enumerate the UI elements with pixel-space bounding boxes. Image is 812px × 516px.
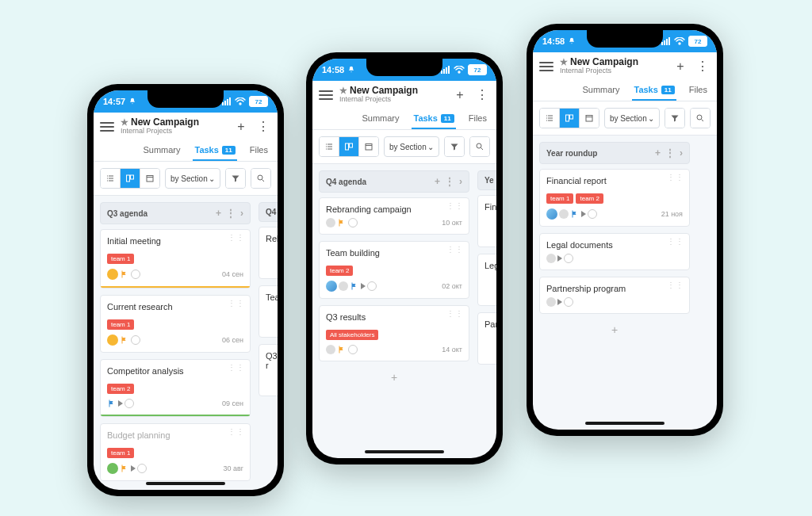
calendar-view-button[interactable] xyxy=(358,137,378,156)
board-column-peek[interactable]: Q4RebrTeaQ3 r xyxy=(259,202,278,487)
task-card[interactable]: ⋮⋮Competitor analysisteam 209 сен xyxy=(100,359,251,417)
add-button[interactable]: + xyxy=(672,59,688,75)
task-card[interactable]: ⋮⋮Budget planningteam 130 авг xyxy=(100,423,251,481)
task-card-peek[interactable]: Q3 r xyxy=(259,344,278,396)
kanban-board[interactable]: Year roundup+⋮›⋮⋮Financial reportteam 1t… xyxy=(533,136,717,346)
column-header[interactable]: Q4 xyxy=(259,202,278,222)
chevron-right-icon[interactable]: › xyxy=(240,208,243,219)
board-column-peek[interactable]: YeFinaLegaPart xyxy=(477,170,496,387)
drag-grip-icon[interactable]: ⋮⋮ xyxy=(228,365,245,370)
calendar-view-button[interactable] xyxy=(140,169,159,188)
drag-grip-icon[interactable]: ⋮⋮ xyxy=(667,239,684,244)
chevron-right-icon[interactable]: › xyxy=(459,176,462,187)
filter-button[interactable] xyxy=(445,137,464,156)
star-icon[interactable]: ★ xyxy=(121,117,128,127)
title-block[interactable]: ★New CampaignInternal Projects xyxy=(560,57,666,75)
task-card[interactable]: ⋮⋮Q3 resultsAll stakeholders14 окт xyxy=(319,305,469,361)
tab-tasks[interactable]: Tasks11 xyxy=(193,140,236,161)
star-icon[interactable]: ★ xyxy=(339,86,347,95)
bell-icon xyxy=(568,37,576,45)
column-header[interactable]: Q4 agenda+⋮› xyxy=(319,170,469,193)
search-button[interactable] xyxy=(470,137,489,156)
column-more-icon[interactable]: ⋮ xyxy=(665,147,675,159)
list-view-button[interactable] xyxy=(101,169,120,188)
flag-icon xyxy=(120,464,129,473)
list-view-button[interactable] xyxy=(540,109,559,128)
tab-summary[interactable]: Summary xyxy=(141,140,182,161)
task-card-peek[interactable]: Rebr xyxy=(259,227,278,279)
column-header[interactable]: Ye xyxy=(477,170,496,190)
battery-icon: 72 xyxy=(249,96,268,107)
drag-grip-icon[interactable]: ⋮⋮ xyxy=(667,174,684,180)
chevron-right-icon[interactable]: › xyxy=(680,147,683,159)
add-button[interactable]: + xyxy=(233,119,249,135)
title-block[interactable]: ★New CampaignInternal Projects xyxy=(339,86,446,104)
column-more-icon[interactable]: ⋮ xyxy=(445,176,454,187)
view-toolbar: by Section⌄ xyxy=(312,130,496,164)
task-title: Initial meeting xyxy=(107,236,243,246)
tab-tasks[interactable]: Tasks11 xyxy=(412,109,455,129)
flag-icon xyxy=(350,281,359,291)
column-more-icon[interactable]: ⋮ xyxy=(226,208,236,219)
column-add-icon[interactable]: + xyxy=(216,208,221,219)
board-view-button[interactable] xyxy=(559,109,579,128)
sort-select[interactable]: by Section⌄ xyxy=(165,168,220,189)
task-card[interactable]: ⋮⋮Legal documents xyxy=(539,233,690,270)
task-card[interactable]: ⋮⋮Team buildingteam 202 окт xyxy=(319,241,469,299)
board-view-button[interactable] xyxy=(120,169,140,188)
add-task-button[interactable]: + xyxy=(319,368,469,387)
column-header[interactable]: Year roundup+⋮› xyxy=(539,142,690,164)
filter-button[interactable] xyxy=(665,109,684,128)
calendar-view-button[interactable] xyxy=(579,109,599,128)
tab-tasks[interactable]: Tasks11 xyxy=(632,80,676,101)
task-card-peek[interactable]: Fina xyxy=(477,195,496,247)
drag-grip-icon[interactable]: ⋮⋮ xyxy=(667,282,684,288)
task-card-peek[interactable]: Part xyxy=(477,312,496,365)
board-view-button[interactable] xyxy=(339,137,358,156)
tab-files[interactable]: Files xyxy=(248,140,270,161)
column-add-icon[interactable]: + xyxy=(655,147,661,159)
tab-files[interactable]: Files xyxy=(467,109,488,129)
add-button[interactable]: + xyxy=(452,87,468,103)
more-button[interactable]: ⋮ xyxy=(255,119,271,135)
drag-grip-icon[interactable]: ⋮⋮ xyxy=(228,429,245,434)
search-button[interactable] xyxy=(691,109,710,128)
title-block[interactable]: ★New CampaignInternal Projects xyxy=(121,117,227,136)
kanban-board[interactable]: Q4 agenda+⋮›⋮⋮Rebranding campaign10 окт⋮… xyxy=(312,164,496,393)
drag-grip-icon[interactable]: ⋮⋮ xyxy=(228,235,245,240)
drag-grip-icon[interactable]: ⋮⋮ xyxy=(446,203,464,208)
sort-select[interactable]: by Section⌄ xyxy=(384,136,439,157)
drag-grip-icon[interactable]: ⋮⋮ xyxy=(228,300,245,306)
task-card[interactable]: ⋮⋮Financial reportteam 1team 221 ноя xyxy=(539,169,690,227)
task-card[interactable]: ⋮⋮Partnership program xyxy=(539,277,690,314)
column-add-icon[interactable]: + xyxy=(435,176,440,187)
tab-summary[interactable]: Summary xyxy=(580,80,621,101)
board-column: Year roundup+⋮›⋮⋮Financial reportteam 1t… xyxy=(539,142,690,339)
sort-select[interactable]: by Section⌄ xyxy=(604,108,660,128)
play-icon xyxy=(581,211,586,217)
more-button[interactable]: ⋮ xyxy=(474,87,490,103)
task-card[interactable]: ⋮⋮Rebranding campaign10 окт xyxy=(319,197,469,235)
menu-button[interactable] xyxy=(319,90,333,100)
drag-grip-icon[interactable]: ⋮⋮ xyxy=(446,247,464,252)
search-button[interactable] xyxy=(251,169,270,188)
column-header[interactable]: Q3 agenda+⋮› xyxy=(100,202,251,224)
tab-files[interactable]: Files xyxy=(688,80,709,101)
star-icon[interactable]: ★ xyxy=(560,57,568,67)
filter-button[interactable] xyxy=(226,169,245,188)
task-card[interactable]: ⋮⋮Current researchteam 106 сен xyxy=(100,295,251,353)
add-task-button[interactable]: + xyxy=(539,320,690,339)
kanban-board[interactable]: Q3 agenda+⋮›⋮⋮Initial meetingteam 104 се… xyxy=(94,196,278,490)
more-button[interactable]: ⋮ xyxy=(695,59,710,75)
task-card-peek[interactable]: Lega xyxy=(477,254,496,306)
menu-button[interactable] xyxy=(539,62,553,71)
done-icon xyxy=(107,463,118,474)
team-chip: team 1 xyxy=(546,193,573,204)
drag-grip-icon[interactable]: ⋮⋮ xyxy=(446,311,464,316)
task-card-peek[interactable]: Tea xyxy=(259,285,278,338)
team-chip: team 1 xyxy=(107,254,134,264)
task-card[interactable]: ⋮⋮Initial meetingteam 104 сен xyxy=(100,229,251,289)
menu-button[interactable] xyxy=(100,122,114,132)
list-view-button[interactable] xyxy=(320,137,339,156)
tab-summary[interactable]: Summary xyxy=(360,109,400,129)
